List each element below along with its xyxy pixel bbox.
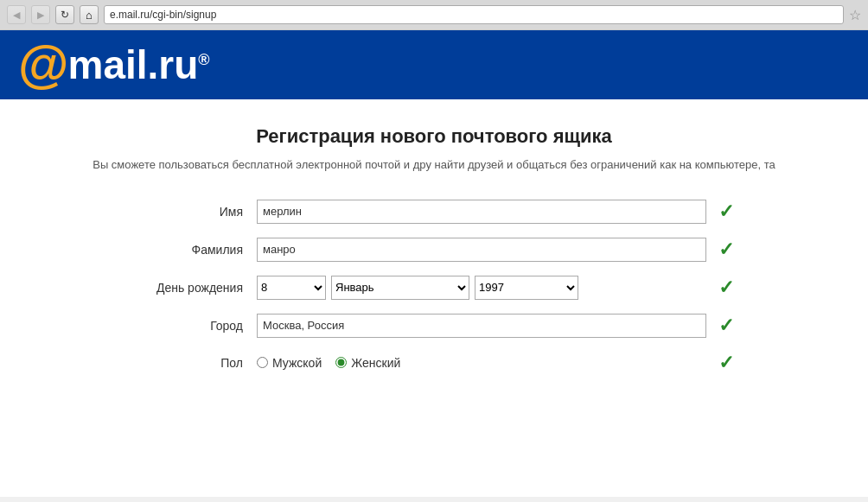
gender-male-radio[interactable]: [257, 357, 268, 368]
gender-row: Пол Мужской Женский ✓: [67, 352, 801, 374]
name-label: Имя: [67, 205, 257, 219]
forward-icon: ▶: [37, 10, 44, 21]
birthday-label: День рождения: [67, 281, 257, 295]
refresh-button[interactable]: ↻: [55, 5, 74, 24]
city-checkmark: ✓: [718, 315, 734, 337]
gender-checkmark: ✓: [718, 352, 734, 374]
birthday-row: День рождения 8 Январь Февраль Март Апре…: [67, 276, 801, 300]
gender-female-radio[interactable]: [335, 357, 347, 368]
refresh-icon: ↻: [61, 9, 69, 21]
back-button[interactable]: ◀: [7, 5, 26, 24]
forward-button[interactable]: ▶: [31, 5, 50, 24]
registration-form: Имя ✓ Фамилия ✓ День рождения 8 Январь: [67, 200, 801, 374]
gender-male-option[interactable]: Мужской: [257, 356, 322, 370]
home-button[interactable]: ⌂: [80, 5, 99, 24]
birthday-month-select[interactable]: Январь Февраль Март Апрель Май Июнь Июль…: [331, 276, 469, 300]
birthday-fields: 8 Январь Февраль Март Апрель Май Июнь Ию…: [257, 276, 706, 300]
surname-row: Фамилия ✓: [67, 238, 801, 262]
surname-label: Фамилия: [67, 243, 257, 257]
logo-at-symbol: @: [17, 39, 68, 91]
gender-female-label: Женский: [351, 356, 400, 370]
gender-male-label: Мужской: [272, 356, 322, 370]
browser-chrome: ◀ ▶ ↻ ⌂ ☆: [0, 0, 868, 30]
registration-form-area: Регистрация нового почтового ящика Вы см…: [10, 99, 858, 414]
page-subtitle: Вы сможете пользоваться бесплатной элект…: [10, 156, 858, 174]
gender-options: Мужской Женский: [257, 356, 706, 370]
birthday-day-select[interactable]: 8: [257, 276, 326, 300]
logo: @ mail .ru®: [17, 39, 210, 91]
city-row: Город ✓: [67, 314, 801, 338]
surname-input[interactable]: [257, 238, 706, 262]
page-content: @ mail .ru® Регистрация нового почтового…: [0, 30, 868, 497]
gender-female-option[interactable]: Женский: [335, 356, 400, 370]
bookmark-star-icon[interactable]: ☆: [849, 7, 861, 23]
name-checkmark: ✓: [718, 200, 734, 223]
home-icon: ⌂: [86, 9, 93, 22]
address-bar[interactable]: [104, 5, 844, 24]
surname-checkmark: ✓: [718, 238, 734, 261]
browser-toolbar: ◀ ▶ ↻ ⌂ ☆: [0, 0, 868, 29]
gender-label: Пол: [67, 356, 257, 370]
page-title: Регистрация нового почтового ящика: [10, 125, 858, 148]
city-input[interactable]: [257, 314, 706, 338]
logo-ru-text: .ru®: [148, 41, 210, 88]
birthday-checkmark: ✓: [718, 276, 734, 299]
birthday-year-select[interactable]: 1997: [475, 276, 578, 300]
city-label: Город: [67, 319, 257, 333]
name-input[interactable]: [257, 200, 706, 224]
site-header: @ mail .ru®: [0, 30, 868, 99]
logo-mail-text: mail: [68, 45, 148, 85]
name-row: Имя ✓: [67, 200, 801, 224]
back-icon: ◀: [13, 10, 20, 21]
